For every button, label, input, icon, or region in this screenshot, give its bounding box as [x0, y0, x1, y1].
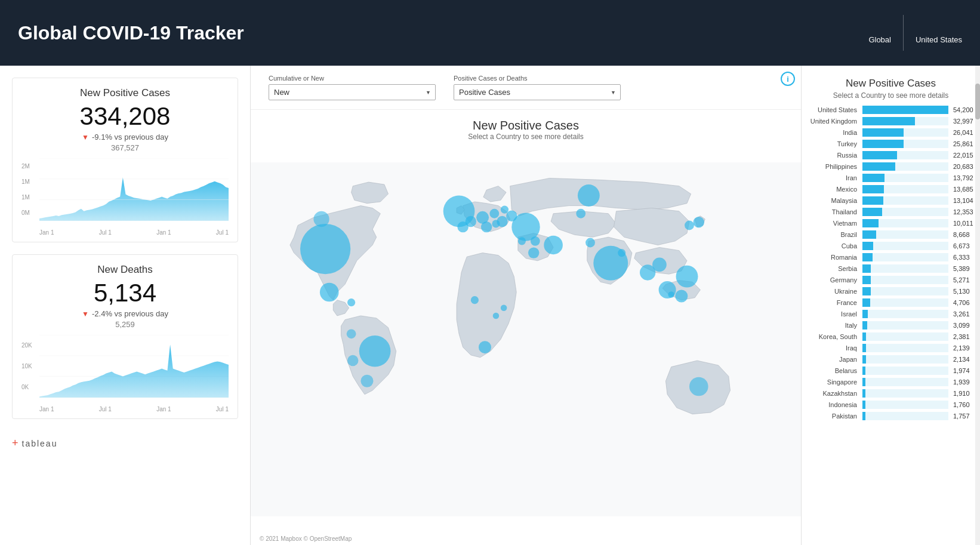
bar-fill [862, 242, 873, 250]
list-item[interactable]: Japan 2,134 [808, 355, 977, 364]
bar-fill [862, 106, 948, 114]
svg-point-32 [506, 210, 517, 221]
cumulative-select-wrapper[interactable]: New Cumulative [269, 84, 436, 100]
cases-deaths-filter: Positive Cases or Deaths Positive Cases … [454, 75, 621, 100]
list-item[interactable]: Turkey 25,861 [808, 140, 977, 148]
bar-track [862, 264, 948, 273]
list-item[interactable]: Russia 22,015 [808, 151, 977, 159]
bar-track [862, 378, 948, 386]
list-item[interactable]: Romania 6,333 [808, 253, 977, 261]
bar-track [862, 253, 948, 261]
bar-track [862, 219, 948, 227]
bar-fill [862, 185, 884, 193]
info-icon[interactable]: i [781, 72, 795, 86]
bar-value: 13,792 [953, 174, 977, 181]
app-title: Global COVID-19 Tracker [18, 22, 244, 44]
list-item[interactable]: United States 54,200 [808, 106, 977, 114]
tableau-plus-icon: + [12, 437, 19, 449]
scrollbar-thumb[interactable] [975, 84, 980, 119]
info-icon-text: i [787, 75, 789, 84]
bar-track [862, 242, 948, 250]
deaths-y-axis: 0K 10K 20K [21, 335, 39, 398]
list-item[interactable]: Pakistan 1,757 [808, 412, 977, 420]
bar-fill [862, 287, 871, 295]
deaths-card: New Deaths 5,134 ▼ -2.4% vs previous day… [12, 254, 238, 419]
bar-fill [862, 367, 865, 375]
bar-value: 6,333 [953, 254, 977, 261]
list-item[interactable]: Philippines 20,683 [808, 162, 977, 171]
list-item[interactable]: Germany 5,271 [808, 276, 977, 284]
world-map[interactable] [251, 122, 801, 545]
svg-point-22 [320, 283, 339, 302]
country-name: Russia [808, 152, 860, 159]
right-panel: New Positive Cases Select a Country to s… [801, 66, 980, 545]
list-item[interactable]: India 26,041 [808, 128, 977, 137]
list-item[interactable]: Israel 3,261 [808, 310, 977, 318]
list-item[interactable]: Iraq 2,139 [808, 344, 977, 352]
country-name: United States [808, 106, 860, 113]
deaths-change: ▼ -2.4% vs previous day [21, 309, 229, 318]
bar-track [862, 106, 948, 114]
list-item[interactable]: Italy 3,099 [808, 321, 977, 330]
deaths-change-text: -2.4% vs previous day [92, 309, 168, 318]
cases-chart-svg [39, 158, 229, 221]
nav-us[interactable]: United States [916, 21, 962, 44]
svg-point-35 [675, 290, 688, 303]
list-item[interactable]: Serbia 5,389 [808, 264, 977, 273]
list-item[interactable]: United Kingdom 32,997 [808, 117, 977, 125]
bar-value: 6,673 [953, 242, 977, 250]
bar-value: 3,099 [953, 322, 977, 329]
bar-value: 22,015 [953, 152, 977, 159]
svg-point-41 [528, 247, 539, 258]
country-name: Iran [808, 174, 860, 181]
nav-global[interactable]: Global [868, 21, 891, 44]
list-item[interactable]: Belarus 1,974 [808, 367, 977, 375]
list-item[interactable]: Brazil 8,668 [808, 230, 977, 239]
svg-point-46 [347, 355, 358, 366]
bar-value: 13,685 [953, 186, 977, 193]
bar-fill [862, 332, 866, 341]
list-item[interactable]: France 4,706 [808, 298, 977, 307]
bar-fill [862, 174, 885, 182]
cases-value: 334,208 [21, 102, 229, 131]
map-attribution: © 2021 Mapbox © OpenStreetMap [260, 535, 352, 542]
bar-track [862, 117, 948, 125]
tableau-label: tableau [22, 439, 58, 448]
list-item[interactable]: Iran 13,792 [808, 174, 977, 182]
svg-point-37 [471, 296, 479, 304]
list-item[interactable]: Vietnam 10,011 [808, 219, 977, 227]
cumulative-select[interactable]: New Cumulative [269, 84, 436, 100]
list-item[interactable]: Cuba 6,673 [808, 242, 977, 250]
country-name: Malaysia [808, 197, 860, 204]
svg-point-49 [347, 298, 355, 306]
list-item[interactable]: Kazakhstan 1,910 [808, 389, 977, 398]
bar-track [862, 140, 948, 148]
bar-fill [862, 298, 870, 307]
country-name: Indonesia [808, 401, 860, 408]
country-name: Japan [808, 356, 860, 363]
country-name: France [808, 299, 860, 306]
svg-point-34 [685, 221, 694, 230]
bar-track [862, 401, 948, 409]
bar-track [862, 298, 948, 307]
cases-deaths-select-wrapper[interactable]: Positive Cases Deaths [454, 84, 621, 100]
list-item[interactable]: Singapore 1,939 [808, 378, 977, 386]
svg-point-48 [689, 377, 708, 396]
list-item[interactable]: Ukraine 5,130 [808, 287, 977, 295]
svg-point-18 [578, 184, 600, 207]
list-item[interactable]: Thailand 12,353 [808, 208, 977, 216]
list-item[interactable]: Mexico 13,685 [808, 185, 977, 193]
list-item[interactable]: Malaysia 13,104 [808, 196, 977, 205]
bar-track [862, 162, 948, 171]
cases-x-axis: Jan 1 Jul 1 Jan 1 Jul 1 [39, 229, 229, 236]
cases-deaths-select[interactable]: Positive Cases Deaths [454, 84, 621, 100]
bar-fill [862, 140, 904, 148]
cases-change-arrow: ▼ [82, 133, 89, 141]
bar-value: 13,104 [953, 197, 977, 204]
list-item[interactable]: Korea, South 2,381 [808, 332, 977, 341]
bar-track [862, 287, 948, 295]
list-item[interactable]: Indonesia 1,760 [808, 401, 977, 409]
bar-track [862, 276, 948, 284]
country-name: Serbia [808, 265, 860, 272]
bar-track [862, 412, 948, 420]
